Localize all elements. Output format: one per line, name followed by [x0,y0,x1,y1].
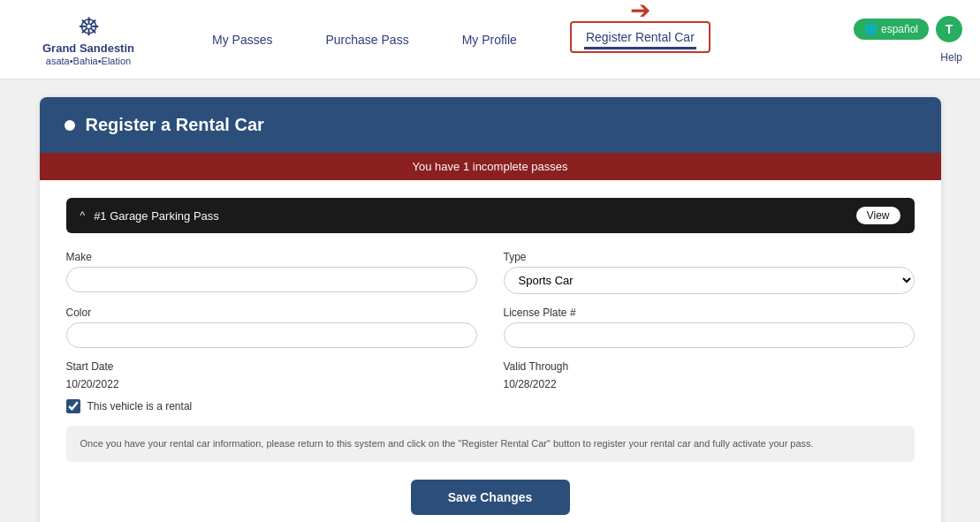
start-date-value: 10/20/2022 [66,378,477,390]
main-nav: My Passes Purchase Pass My Profile ➔ Reg… [212,29,854,49]
user-avatar[interactable]: T [936,16,962,42]
card-body: ^ #1 Garage Parking Pass View Make Type … [40,180,941,522]
header: ☸ Grand Sandestin asata•Bahia•Elation My… [0,0,980,79]
license-label: License Plate # [504,306,915,319]
license-group: License Plate # [504,306,915,348]
save-changes-button[interactable]: Save Changes [411,480,570,515]
pass-label: #1 Garage Parking Pass [94,209,847,223]
card-title: Register a Rental Car [86,115,264,135]
type-select[interactable]: Sports Car Sedan SUV Truck Minivan Other [504,267,915,294]
nav-my-profile[interactable]: My Profile [462,33,517,47]
start-date-group: Start Date 10/20/2022 [66,360,477,390]
header-dot [65,120,75,131]
info-box: Once you have your rental car informatio… [66,426,915,462]
main-content: Register a Rental Car You have 1 incompl… [0,79,980,522]
header-actions-row: 🌐 español T [854,16,962,42]
make-input[interactable] [66,267,477,292]
logo-name: Grand Sandestin [42,42,134,56]
card-header: Register a Rental Car [40,97,941,153]
valid-through-label: Valid Through [504,360,915,373]
make-label: Make [66,251,477,263]
nav-register-rental-car[interactable]: Register Rental Car [570,21,710,53]
pass-chevron-icon: ^ [80,209,86,222]
register-card: Register a Rental Car You have 1 incompl… [40,97,941,522]
make-group: Make [66,251,477,294]
valid-through-value: 10/28/2022 [504,378,915,390]
start-date-label: Start Date [66,360,477,373]
logo-icon: ☸ [78,12,100,42]
type-group: Type Sports Car Sedan SUV Truck Minivan … [504,251,915,294]
rental-checkbox[interactable] [66,399,80,413]
color-label: Color [66,306,477,319]
logo-sub: asata•Bahia•Elation [46,56,131,66]
pass-row: ^ #1 Garage Parking Pass View [66,198,915,233]
help-link[interactable]: Help [940,51,962,64]
espanol-button[interactable]: 🌐 español [854,19,929,40]
nav-purchase-pass[interactable]: Purchase Pass [325,33,408,47]
valid-through-group: Valid Through 10/28/2022 [504,360,915,390]
license-input[interactable] [504,322,915,348]
globe-icon: 🌐 [864,23,877,35]
type-label: Type [504,251,915,263]
pass-view-button[interactable]: View [856,207,900,224]
incomplete-banner: You have 1 incomplete passes [40,153,941,180]
nav-my-passes[interactable]: My Passes [212,33,272,47]
color-input[interactable] [66,322,477,348]
header-right: 🌐 español T Help [854,16,962,64]
color-group: Color [66,306,477,348]
rental-checkbox-label[interactable]: This vehicle is a rental [87,400,193,412]
logo-area: ☸ Grand Sandestin asata•Bahia•Elation [18,12,159,66]
car-form: Make Type Sports Car Sedan SUV Truck Min… [66,251,915,390]
rental-checkbox-row: This vehicle is a rental [66,399,915,413]
